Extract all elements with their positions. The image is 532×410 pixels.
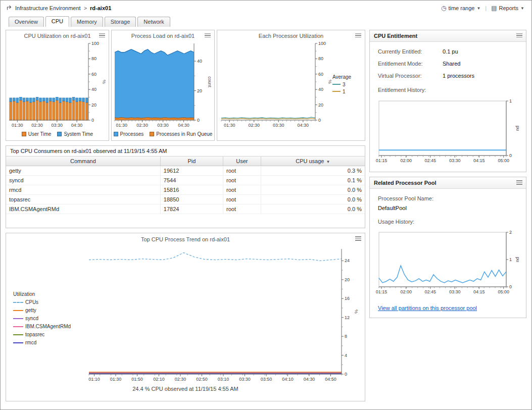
svg-text:02:45: 02:45 [425, 158, 437, 163]
legend-items: CPUsgettysyncdIBM.CSMAgentRMdtopasrecrmc… [13, 299, 87, 345]
entitlement-history-label: Entitlement History: [370, 86, 526, 98]
column-header-command[interactable]: Command [6, 157, 160, 166]
tab-cpu[interactable]: CPU [45, 16, 69, 27]
tab-overview[interactable]: Overview [9, 17, 44, 27]
reports-control[interactable]: ▤ Reports ▼ [491, 5, 524, 11]
processor-utilization-plot: 02040608010001:3002:3003:3004:30% [218, 39, 332, 129]
cell-user: root [223, 185, 261, 195]
svg-text:12: 12 [345, 315, 350, 320]
svg-text:04:15: 04:15 [473, 158, 485, 163]
svg-text:01:30: 01:30 [116, 123, 127, 128]
svg-text:0: 0 [509, 153, 512, 158]
svg-text:01:50: 01:50 [131, 377, 143, 382]
column-header-cpu-usage[interactable]: CPU usage▼ [261, 157, 365, 166]
table-row[interactable]: getty19612root0.3 % [6, 166, 365, 176]
column-header-user[interactable]: User [223, 157, 261, 166]
svg-text:01:15: 01:15 [376, 158, 388, 163]
svg-text:04:30: 04:30 [304, 377, 315, 382]
legend-item-user-time: User Time [22, 131, 52, 137]
view-partitions-link[interactable]: View all partitions on this processor po… [378, 305, 477, 311]
top-bar: Infrastructure Environment > rd-aix01 ◷ … [1, 1, 531, 16]
consumers-table: CommandPidUserCPU usage▼ getty19612root0… [6, 157, 365, 214]
usage-history-chart: 01201:1502:0002:4503:3004:1505:00pu [370, 229, 526, 303]
chevron-down-icon: ▼ [520, 6, 524, 11]
cell-cpu: 0.0 % [261, 185, 365, 195]
legend-swatch [150, 132, 154, 136]
table-row[interactable]: syncd7544root0.1 % [6, 176, 365, 185]
chart-menu-icon[interactable] [355, 236, 361, 241]
pool-fields: Processor Pool Name: DefaultPool Usage H… [370, 189, 526, 229]
legend-label: User Time [28, 131, 52, 137]
svg-text:%: % [327, 80, 332, 84]
svg-text:count: count [207, 76, 212, 88]
legend-item-getty: getty [13, 308, 87, 313]
svg-text:0: 0 [91, 118, 94, 123]
panel-menu-icon[interactable] [516, 180, 522, 185]
svg-text:40: 40 [318, 87, 323, 92]
entitlement-history-plot: 0101:1502:0002:4503:3004:1505:00pu [375, 98, 520, 166]
svg-text:20: 20 [197, 88, 202, 93]
cell-pid: 18850 [160, 195, 223, 204]
field-label: Currently Entitled: [378, 48, 443, 55]
pool-name-value: DefaultPool [378, 205, 518, 211]
chart-legend: Average 31 [332, 74, 352, 96]
field-label: Virtual Processor: [378, 73, 443, 79]
tab-storage[interactable]: Storage [105, 17, 136, 27]
chart-menu-icon[interactable] [205, 33, 211, 38]
legend-label: 3 [343, 82, 346, 87]
column-header-pid[interactable]: Pid [160, 157, 223, 166]
process-trend-chart: 0481216202401:1001:3001:5002:1002:3002:5… [87, 243, 359, 385]
legend-item-3: 3 [332, 82, 351, 87]
cell-command: topasrec [6, 195, 160, 204]
svg-text:100: 100 [318, 41, 326, 46]
field-row: Virtual Processor:1 processors [378, 73, 518, 79]
svg-text:04:30: 04:30 [298, 123, 309, 128]
breadcrumb-root-link[interactable]: Infrastructure Environment [15, 5, 81, 11]
pool-name-label: Processor Pool Name: [378, 195, 443, 201]
chart-menu-icon[interactable] [355, 33, 361, 38]
tab-bar: OverviewCPUMemoryStorageNetwork [1, 16, 531, 27]
tab-network[interactable]: Network [137, 17, 170, 27]
chevron-down-icon: ▼ [476, 6, 480, 11]
legend-swatch [332, 91, 341, 92]
breadcrumb: Infrastructure Environment > rd-aix01 [7, 5, 111, 12]
svg-text:02:00: 02:00 [400, 158, 412, 163]
svg-text:04:30: 04:30 [178, 123, 189, 128]
svg-text:04:50: 04:50 [325, 377, 336, 382]
svg-text:04:10: 04:10 [282, 377, 294, 382]
chart-legend: User TimeSystem Time [7, 131, 108, 137]
process-load-panel: Process Load on rd-aix01 0204001:3002:30… [111, 30, 215, 141]
legend-swatch [114, 132, 118, 136]
legend-label: topasrec [25, 332, 44, 337]
tab-memory[interactable]: Memory [71, 17, 103, 27]
entitlement-fields: Currently Entitled:0.1 puEntitlement Mod… [370, 42, 526, 86]
chart-menu-icon[interactable] [99, 33, 105, 38]
cell-pid: 15816 [160, 185, 223, 195]
svg-text:0: 0 [345, 372, 347, 377]
reports-icon: ▤ [491, 5, 497, 11]
breadcrumb-separator: > [84, 5, 87, 11]
sort-desc-icon: ▼ [326, 160, 330, 164]
time-range-control[interactable]: ◷ time range ▼ [441, 5, 480, 11]
legend-items: 31 [332, 82, 351, 94]
process-trend-plot: 0481216202401:1001:3001:5002:1002:3002:5… [87, 243, 359, 384]
reports-label: Reports [499, 5, 519, 11]
field-value: 0.1 pu [443, 48, 458, 55]
panel-menu-icon[interactable] [516, 33, 522, 38]
cell-pid: 19612 [160, 166, 223, 176]
legend-swatch [13, 342, 23, 343]
time-range-label: time range [448, 5, 474, 11]
table-row[interactable]: rmcd15816root0.0 % [6, 185, 365, 195]
table-row[interactable]: topasrec18850root0.0 % [6, 195, 365, 204]
svg-text:80: 80 [318, 56, 323, 61]
panel-title: CPU Entitlement [370, 30, 526, 42]
legend-swatch [13, 310, 23, 311]
cell-user: root [223, 176, 261, 185]
legend-swatch [13, 326, 23, 327]
chart-title: CPU Utilization on rd-aix01 [7, 33, 108, 39]
table-row[interactable]: IBM.CSMAgentRMd17824root0.0 % [6, 204, 365, 214]
panel-title-text: CPU Entitlement [374, 33, 417, 39]
legend-item-ibm-csmagentrmd: IBM.CSMAgentRMd [13, 324, 87, 329]
usage-history-label: Usage History: [378, 219, 443, 225]
related-processor-pool-panel: Related Processor Pool Processor Pool Na… [369, 177, 526, 318]
